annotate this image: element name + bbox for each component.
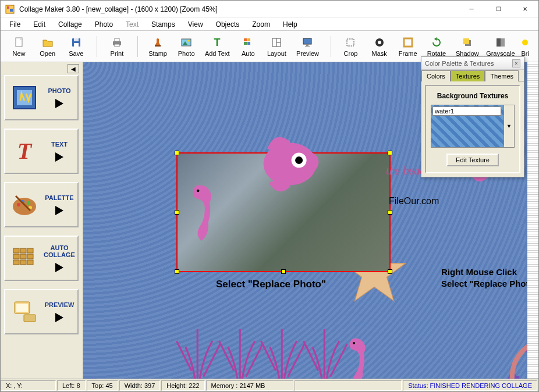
svg-text:T: T [17,138,33,164]
resize-handle[interactable] [175,269,179,274]
palette-body: Background Textures water1 ▼ Edit Textur… [425,85,520,173]
svg-rect-15 [244,38,247,41]
tool-shadow[interactable]: Shadow [451,33,483,60]
tool-open[interactable]: Open [34,33,61,60]
menu-edit[interactable]: Edit [27,19,52,30]
play-icon [55,206,63,215]
svg-rect-25 [347,39,354,46]
tool-save[interactable]: Save [62,33,90,60]
sidebar-item-palette[interactable]: PALETTE [4,182,79,227]
tool-rotate[interactable]: Rotate [423,33,450,60]
menu-view[interactable]: View [182,19,210,30]
play-icon [55,152,63,162]
sidebar-item-auto-collage[interactable]: AUTO COLLAGE [4,236,79,281]
sidebar-item-text[interactable]: T TEXT [4,129,79,174]
vertical-ruler [527,62,538,380]
tool-new[interactable]: New [5,33,33,60]
sidebar-item-label: PREVIEW [45,301,75,308]
svg-rect-17 [244,42,247,45]
svg-point-38 [13,198,36,215]
svg-rect-46 [27,248,33,253]
palette-titlebar[interactable]: Color Palette & Textures × [421,57,524,70]
maximize-button[interactable]: ☐ [485,1,512,18]
menu-zoom[interactable]: Zoom [246,19,276,30]
resize-handle[interactable] [388,210,392,215]
statusbar: X: , Y: Left: 8 Top: 45 Width: 397 Heigh… [1,379,538,391]
svg-point-27 [378,41,381,44]
rotate-icon [430,36,444,49]
tab-themes[interactable]: Themes [485,70,519,81]
grid-icon [241,36,255,49]
tool-photo[interactable]: Photo [173,33,200,60]
texture-name-field[interactable]: water1 [432,106,501,116]
svg-rect-52 [27,260,33,265]
texture-dropdown-button[interactable]: ▼ [503,105,514,147]
layout-icon [270,36,283,49]
resize-handle[interactable] [388,151,392,155]
tab-colors[interactable]: Colors [421,70,451,81]
window-title: Collage Maker 3.80 - [new_collage] - (16… [19,5,458,13]
tab-textures[interactable]: Textures [451,70,485,81]
tool-brightness[interactable]: Bri [517,33,533,60]
menu-objects[interactable]: Objects [210,19,246,30]
tool-crop[interactable]: Crop [337,33,364,60]
resize-handle[interactable] [281,269,286,274]
edit-texture-button[interactable]: Edit Texture [446,154,499,166]
play-icon [55,313,63,322]
svg-rect-28 [404,38,412,47]
menu-help[interactable]: Help [276,19,304,30]
page-icon [12,36,26,49]
tool-layout[interactable]: Layout [263,33,290,60]
status-render: Status: FINISHED RENDERING COLLAGE [403,380,537,391]
separator [137,36,138,57]
status-left: Left: 8 [57,380,86,391]
sidebar-item-preview[interactable]: PREVIEW [4,289,79,334]
svg-rect-9 [115,44,119,47]
text-icon: T [210,36,224,49]
menu-file[interactable]: File [3,19,27,30]
tool-stamp[interactable]: Stamp [144,33,171,60]
fish-sticker[interactable] [252,126,328,202]
palette-panel[interactable]: Color Palette & Textures × Colors Textur… [421,56,524,177]
resize-handle[interactable] [175,151,179,155]
tool-mask[interactable]: Mask [366,33,393,60]
svg-point-13 [188,40,190,41]
stamp-icon [151,36,165,49]
sidebar-collapse-button[interactable]: ◀ [68,64,79,73]
menu-collage[interactable]: Collage [52,19,88,30]
texture-preview[interactable]: water1 ▼ [431,105,515,148]
titlebar: Collage Maker 3.80 - [new_collage] - (16… [1,1,538,18]
palette-close-button[interactable]: × [512,59,520,67]
sidebar-item-label: PALETTE [45,194,73,201]
tool-print[interactable]: Print [103,33,130,60]
svg-rect-22 [303,38,311,44]
menu-photo[interactable]: Photo [88,19,119,30]
tool-addtext[interactable]: TAdd Text [201,33,233,60]
seahorse-sticker[interactable] [181,179,222,248]
sidebar-item-label: AUTO COLLAGE [41,244,77,258]
menu-text[interactable]: Text [119,19,145,30]
canvas-text-replace: Select "Replace Photo" [441,279,538,288]
coral-stickers[interactable] [168,307,354,380]
sidebar: ◀ PHOTO T TEXT PALETTE [1,62,83,380]
resize-handle[interactable] [388,269,392,274]
menu-stamps[interactable]: Stamps [145,19,182,30]
svg-rect-11 [182,39,191,46]
sidebar-item-photo[interactable]: PHOTO [4,75,79,120]
svg-point-61 [295,156,303,164]
svg-rect-33 [497,38,501,47]
resize-handle[interactable] [175,210,179,215]
close-button[interactable]: ✕ [512,1,538,18]
window-controls: ─ ☐ ✕ [458,1,538,18]
play-icon [55,99,63,108]
text-letter-icon: T [8,134,41,168]
photo-frame-icon [8,81,41,115]
play-icon [55,263,63,272]
svg-rect-1 [7,6,9,9]
minimize-button[interactable]: ─ [458,1,485,18]
tool-grayscale[interactable]: Grayscale [484,33,516,60]
tool-frame[interactable]: Frame [394,33,421,60]
svg-rect-54 [16,304,28,312]
tool-auto[interactable]: Auto [235,33,262,60]
tool-preview[interactable]: Preview [292,33,324,60]
